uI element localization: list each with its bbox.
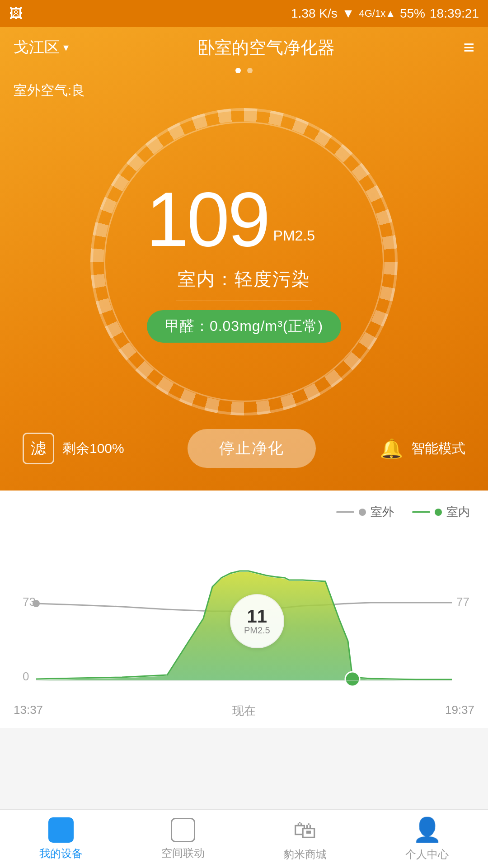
- battery-level: 55%: [400, 6, 425, 21]
- nav-profile[interactable]: 👤 个人中心: [366, 810, 488, 868]
- nav-space-link[interactable]: 空间联动: [122, 810, 244, 868]
- signal-icon: 4G/1x▲: [359, 8, 395, 19]
- chevron-down-icon: ▾: [63, 41, 69, 54]
- chart-section: 室外 室内 73 77 0: [0, 491, 488, 728]
- status-right: 1.38 K/s ▼ 4G/1x▲ 55% 18:39:21: [291, 6, 479, 21]
- tooltip-pm25-value: 11: [247, 607, 267, 625]
- profile-icon: 👤: [413, 816, 442, 844]
- indoor-legend-line: [412, 511, 430, 513]
- my-devices-icon: [48, 817, 74, 843]
- outdoor-legend-label: 室外: [371, 504, 394, 520]
- dot-2: [247, 68, 253, 73]
- x-label-start: 13:37: [14, 703, 43, 719]
- y-label-77: 77: [456, 595, 469, 609]
- chart-area: 73 77 0 11 PM2.5: [9, 529, 479, 701]
- pm25-unit: PM2.5: [273, 227, 342, 244]
- circle-outer: 109 PM2.5 室内：轻度污染 甲醛：0.03mg/m³(正常): [90, 108, 398, 415]
- smart-mode[interactable]: 🔔 智能模式: [380, 438, 465, 460]
- photo-icon: 🖼: [9, 6, 23, 21]
- page-title: 卧室的空气净化器: [197, 36, 335, 59]
- page-dots: [0, 68, 488, 73]
- chart-tooltip: 11 PM2.5: [230, 594, 284, 648]
- outdoor-legend-dot: [359, 509, 366, 516]
- divider: [176, 301, 312, 301]
- indoor-legend: 室内: [412, 504, 470, 520]
- indoor-legend-dot: [435, 509, 442, 516]
- status-bar: 🖼 1.38 K/s ▼ 4G/1x▲ 55% 18:39:21: [0, 0, 488, 27]
- status-left: 🖼: [9, 6, 23, 21]
- orange-section: 戈江区 ▾ 卧室的空气净化器 ≡ 室外空气:良 109 PM2.5 室内：轻度污…: [0, 27, 488, 491]
- shop-icon: 🛍: [293, 816, 317, 844]
- chart-legend: 室外 室内: [9, 504, 479, 520]
- clock: 18:39:21: [430, 6, 479, 21]
- x-label-end: 19:37: [445, 703, 474, 719]
- space-link-icon: [171, 818, 195, 842]
- outdoor-start-dot: [33, 600, 40, 607]
- indoor-status: 室内：轻度污染: [178, 267, 310, 292]
- filter-info: 滤 剩余100%: [23, 433, 124, 464]
- tooltip-pm25-unit: PM2.5: [244, 625, 270, 636]
- y-label-0: 0: [23, 670, 29, 683]
- stop-purify-button[interactable]: 停止净化: [188, 429, 316, 468]
- location-selector[interactable]: 戈江区 ▾: [14, 37, 69, 58]
- bottom-nav: 我的设备 空间联动 🛍 豹米商城 👤 个人中心: [0, 809, 488, 868]
- indoor-legend-label: 室内: [446, 504, 470, 520]
- smart-mode-label: 智能模式: [411, 439, 465, 458]
- nav-shop[interactable]: 🛍 豹米商城: [244, 810, 366, 868]
- bell-icon: 🔔: [380, 438, 403, 460]
- current-position-dot: [345, 672, 360, 686]
- outdoor-legend: 室外: [336, 504, 394, 520]
- controls-row: 滤 剩余100% 停止净化 🔔 智能模式: [0, 425, 488, 477]
- pm25-value: 109: [146, 181, 269, 258]
- wifi-icon: ▼: [342, 6, 355, 21]
- filter-remaining: 剩余100%: [62, 439, 124, 458]
- nav-space-link-label: 空间联动: [161, 846, 205, 860]
- menu-icon[interactable]: ≡: [463, 37, 474, 58]
- nav-my-devices-label: 我的设备: [39, 846, 83, 861]
- nav-my-devices[interactable]: 我的设备: [0, 810, 122, 868]
- nav-profile-label: 个人中心: [405, 847, 449, 862]
- chart-x-labels: 13:37 现在 19:37: [9, 703, 479, 719]
- circle-inner: 109 PM2.5 室内：轻度污染 甲醛：0.03mg/m³(正常): [104, 122, 384, 402]
- nav-shop-label: 豹米商城: [283, 847, 327, 862]
- outdoor-legend-line: [336, 511, 354, 513]
- location-label: 戈江区: [14, 37, 60, 58]
- network-speed: 1.38 K/s: [291, 6, 338, 21]
- x-label-now: 现在: [232, 703, 256, 719]
- outdoor-air-label: 室外空气:良: [0, 78, 488, 104]
- air-quality-circle: 109 PM2.5 室内：轻度污染 甲醛：0.03mg/m³(正常): [90, 108, 398, 415]
- formaldehyde-badge: 甲醛：0.03mg/m³(正常): [147, 310, 341, 343]
- filter-icon: 滤: [23, 433, 54, 464]
- dot-1: [235, 68, 241, 73]
- app-header: 戈江区 ▾ 卧室的空气净化器 ≡: [0, 27, 488, 68]
